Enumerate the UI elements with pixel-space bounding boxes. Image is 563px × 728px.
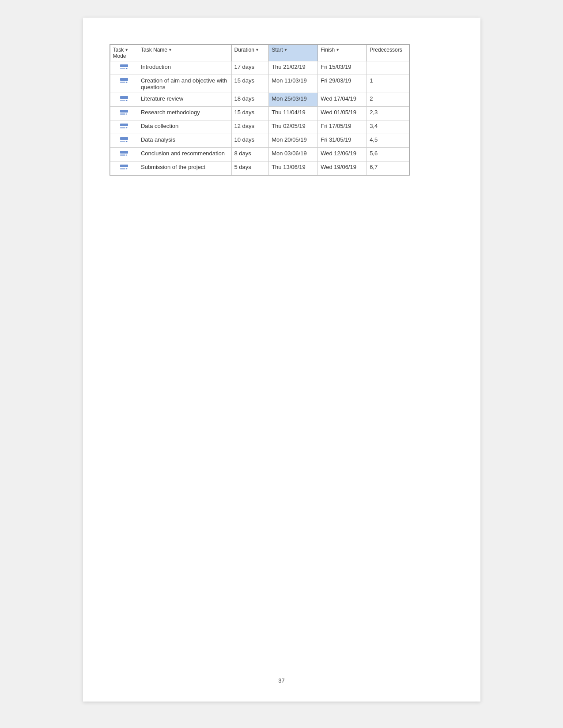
task-mode-cell xyxy=(110,134,138,148)
task-mode-cell xyxy=(110,93,138,107)
predecessors-cell: 5,6 xyxy=(367,148,409,161)
page: Task ▼ Mode Task Name ▼ xyxy=(83,18,480,702)
task-mode-icon xyxy=(119,123,129,131)
svg-rect-18 xyxy=(120,151,128,154)
task-mode-icon xyxy=(119,164,129,172)
col-header-task-mode[interactable]: Task ▼ Mode xyxy=(110,45,138,61)
task-mode-icon xyxy=(119,150,129,158)
predecessors-cell: 2,3 xyxy=(367,107,409,120)
table-row: Conclusion and recommendation8 daysMon 0… xyxy=(110,148,409,161)
col-header-finish[interactable]: Finish ▼ xyxy=(318,45,367,61)
task-name-cell: Submission of the project xyxy=(138,161,231,175)
task-mode-icon xyxy=(119,64,129,71)
col-label-task: Task xyxy=(113,47,124,53)
svg-marker-20 xyxy=(126,154,128,156)
task-mode-cell xyxy=(110,107,138,120)
svg-rect-6 xyxy=(120,96,128,99)
table-row: Creation of aim and objective with quest… xyxy=(110,75,409,93)
svg-marker-14 xyxy=(126,127,128,128)
table-row: Research methodology15 daysThu 11/04/19W… xyxy=(110,107,409,120)
svg-rect-10 xyxy=(120,113,125,115)
table-row: Submission of the project5 daysThu 13/06… xyxy=(110,161,409,175)
col-header-start[interactable]: Start ▼ xyxy=(269,45,318,61)
col-arrow-task: ▼ xyxy=(125,48,128,52)
task-name-cell: Conclusion and recommendation xyxy=(138,148,231,161)
task-name-cell: Introduction xyxy=(138,61,231,75)
col-label-task-name: Task Name xyxy=(141,47,167,53)
col-label-predecessors: Predecessors xyxy=(370,47,402,53)
table-row: Introduction17 daysThu 21/02/19Fri 15/03… xyxy=(110,61,409,75)
gantt-table: Task ▼ Mode Task Name ▼ xyxy=(110,45,409,175)
duration-cell: 15 days xyxy=(231,75,269,93)
duration-cell: 17 days xyxy=(231,61,269,75)
svg-rect-9 xyxy=(120,110,128,113)
predecessors-cell: 2 xyxy=(367,93,409,107)
task-name-cell: Data collection xyxy=(138,120,231,134)
predecessors-cell: 6,7 xyxy=(367,161,409,175)
finish-cell: Wed 17/04/19 xyxy=(318,93,367,107)
task-name-cell: Data analysis xyxy=(138,134,231,148)
col-header-predecessors: Predecessors xyxy=(367,45,409,61)
start-cell: Mon 11/03/19 xyxy=(269,75,318,93)
finish-cell: Wed 12/06/19 xyxy=(318,148,367,161)
svg-marker-23 xyxy=(126,168,128,169)
col-arrow-task-name: ▼ xyxy=(168,48,172,52)
finish-cell: Fri 31/05/19 xyxy=(318,134,367,148)
svg-rect-21 xyxy=(120,165,128,167)
duration-cell: 15 days xyxy=(231,107,269,120)
col-header-task-name[interactable]: Task Name ▼ xyxy=(138,45,231,61)
col-header-duration[interactable]: Duration ▼ xyxy=(231,45,269,61)
col-arrow-duration: ▼ xyxy=(255,48,259,52)
duration-cell: 10 days xyxy=(231,134,269,148)
task-name-cell: Creation of aim and objective with quest… xyxy=(138,75,231,93)
svg-rect-16 xyxy=(120,141,125,142)
task-mode-icon xyxy=(119,136,129,144)
svg-marker-11 xyxy=(126,113,128,115)
predecessors-cell: 4,5 xyxy=(367,134,409,148)
duration-cell: 12 days xyxy=(231,120,269,134)
finish-cell: Wed 01/05/19 xyxy=(318,107,367,120)
task-mode-cell xyxy=(110,161,138,175)
duration-cell: 18 days xyxy=(231,93,269,107)
col-label-duration: Duration xyxy=(234,47,254,53)
col-arrow-finish: ▼ xyxy=(336,48,340,52)
finish-cell: Fri 29/03/19 xyxy=(318,75,367,93)
svg-marker-5 xyxy=(126,82,128,83)
table-row: Data collection12 daysThu 02/05/19Fri 17… xyxy=(110,120,409,134)
task-mode-icon xyxy=(119,77,129,85)
duration-cell: 5 days xyxy=(231,161,269,175)
duration-cell: 8 days xyxy=(231,148,269,161)
svg-rect-1 xyxy=(120,68,125,69)
gantt-table-container: Task ▼ Mode Task Name ▼ xyxy=(110,44,410,176)
svg-marker-8 xyxy=(126,100,128,101)
svg-rect-22 xyxy=(120,168,125,169)
task-mode-cell xyxy=(110,61,138,75)
svg-rect-3 xyxy=(120,78,128,81)
col-label-finish: Finish xyxy=(321,47,335,53)
svg-rect-0 xyxy=(120,64,128,67)
svg-rect-4 xyxy=(120,82,125,83)
task-mode-cell xyxy=(110,75,138,93)
task-mode-cell xyxy=(110,148,138,161)
task-name-cell: Literature review xyxy=(138,93,231,107)
start-cell: Thu 11/04/19 xyxy=(269,107,318,120)
table-row: Data analysis10 daysMon 20/05/19Fri 31/0… xyxy=(110,134,409,148)
finish-cell: Fri 17/05/19 xyxy=(318,120,367,134)
col-label-start: Start xyxy=(272,47,283,53)
svg-rect-19 xyxy=(120,154,125,156)
start-cell: Mon 25/03/19 xyxy=(269,93,318,107)
svg-marker-17 xyxy=(126,141,128,142)
table-header-row: Task ▼ Mode Task Name ▼ xyxy=(110,45,409,61)
start-cell: Thu 13/06/19 xyxy=(269,161,318,175)
predecessors-cell xyxy=(367,61,409,75)
svg-rect-12 xyxy=(120,124,128,126)
predecessors-cell: 3,4 xyxy=(367,120,409,134)
page-number: 37 xyxy=(278,677,284,684)
table-row: Literature review18 daysMon 25/03/19Wed … xyxy=(110,93,409,107)
task-mode-cell xyxy=(110,120,138,134)
task-name-cell: Research methodology xyxy=(138,107,231,120)
svg-rect-7 xyxy=(120,100,125,101)
svg-rect-15 xyxy=(120,137,128,140)
task-mode-icon xyxy=(119,109,129,117)
col-sublabel-mode: Mode xyxy=(113,53,126,59)
